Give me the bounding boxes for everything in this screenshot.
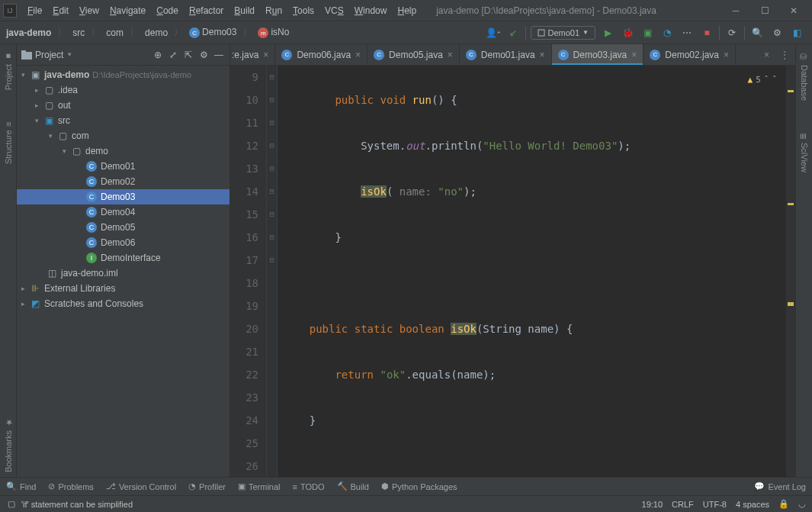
tree-iml[interactable]: ◫ java-demo.iml (17, 266, 229, 281)
tree-folder-demo[interactable]: ▾ ▢ demo (17, 143, 229, 159)
sidebar-settings-icon[interactable]: ⚙ (197, 49, 210, 61)
status-encoding[interactable]: UTF-8 (703, 500, 727, 509)
maximize-button[interactable]: ☐ (754, 3, 775, 18)
collapse-all-icon[interactable]: ⇱ (182, 49, 194, 61)
editor-body[interactable]: 91011 121314 151617 181920 212223 242526… (230, 66, 795, 477)
tree-class-demo01[interactable]: C Demo01 (17, 159, 229, 174)
file-tab[interactable]: C Demo06.java× (275, 44, 367, 65)
tree-folder-src[interactable]: ▾ ▣ src (17, 113, 229, 128)
menu-code[interactable]: Code (152, 4, 183, 18)
status-caret-pos[interactable]: 19:10 (642, 500, 663, 509)
issues-down-icon[interactable]: ˇ (772, 69, 777, 92)
menu-tools[interactable]: Tools (288, 4, 319, 18)
class-icon: C (466, 50, 477, 60)
menu-edit[interactable]: Edit (48, 4, 73, 18)
tree-folder-idea[interactable]: ▸ ▢ .idea (17, 82, 229, 98)
tool-problems[interactable]: ⊘Problems (48, 481, 93, 491)
tool-python[interactable]: ⬢Python Packages (381, 481, 457, 491)
tree-root[interactable]: ▾ ▣ java-demo D:\IdeaProjects\java-demo (17, 67, 229, 82)
status-widget-icon[interactable]: ◡ (798, 499, 806, 509)
status-line-sep[interactable]: CRLF (672, 500, 694, 509)
rail-bookmarks[interactable]: Bookmarks ★ (2, 413, 14, 477)
tree-external-libs[interactable]: ▸ ⊪ External Libraries (17, 281, 229, 296)
tool-build[interactable]: 🔨Build (337, 481, 369, 491)
tree-interface-demointerface[interactable]: I DemoInterface (17, 250, 229, 266)
attach-icon[interactable]: ⋯ (679, 25, 695, 40)
close-tab-icon[interactable]: × (355, 50, 361, 60)
code-with-me-icon[interactable]: ◧ (789, 25, 804, 40)
menu-run[interactable]: Run (261, 4, 287, 18)
issues-badge[interactable]: ▲ 5 ˆ ˇ (748, 69, 778, 92)
tree-class-demo03[interactable]: C Demo03 (17, 189, 229, 204)
menu-window[interactable]: Window (350, 4, 392, 18)
run-icon[interactable]: ▶ (600, 25, 615, 40)
menu-help[interactable]: Help (393, 4, 421, 18)
rail-database[interactable]: ⛁ Database (798, 47, 810, 105)
debug-icon[interactable]: 🐞 (620, 25, 635, 40)
rail-project[interactable]: Project ■ (2, 47, 14, 95)
close-tab-icon[interactable]: × (263, 50, 268, 60)
tool-todo[interactable]: ≡TODO (293, 482, 325, 491)
line-gutter[interactable]: 91011 121314 151617 181920 212223 242526 (230, 66, 267, 477)
rail-sciview[interactable]: ≣ SciView (798, 128, 810, 177)
sidebar-title[interactable]: Project ▼ (21, 50, 149, 60)
lock-icon[interactable]: 🔒 (778, 499, 789, 509)
hide-sidebar-icon[interactable]: — (213, 49, 225, 61)
close-tab-icon[interactable]: × (631, 50, 637, 60)
profile-icon[interactable]: ◔ (660, 25, 675, 40)
crumb-class[interactable]: CDemo03 (186, 25, 239, 40)
menu-view[interactable]: View (75, 4, 104, 18)
search-icon[interactable]: 🔍 (749, 25, 765, 40)
tool-terminal[interactable]: ▣Terminal (238, 481, 281, 491)
stop-icon[interactable]: ■ (699, 25, 714, 40)
build-back-icon[interactable]: ↙ (505, 25, 521, 40)
menu-build[interactable]: Build (229, 4, 259, 18)
menu-vcs[interactable]: VCS (320, 4, 348, 18)
file-tab[interactable]: :e.java× (230, 44, 275, 65)
minimize-button[interactable]: ─ (725, 3, 746, 18)
status-tool-icon[interactable]: ▢ (6, 499, 17, 510)
tree-class-demo06[interactable]: C Demo06 (17, 235, 229, 250)
tool-find[interactable]: 🔍Find (6, 481, 36, 491)
crumb-method[interactable]: misNo (255, 25, 292, 40)
menu-navigate[interactable]: Navigate (105, 4, 150, 18)
fold-gutter[interactable]: ⊟ ⊟⊟ ⊟ ⊟⊟ ⊟⊟ ⊟ (267, 66, 278, 477)
coverage-icon[interactable]: ▣ (640, 25, 655, 40)
right-marker-bar[interactable] (786, 66, 795, 477)
settings-icon[interactable]: ⚙ (769, 25, 785, 40)
menu-refactor[interactable]: Refactor (185, 4, 228, 18)
file-tab[interactable]: C Demo05.java× (367, 44, 460, 65)
status-indent[interactable]: 4 spaces (736, 500, 769, 509)
update-icon[interactable]: ⟳ (724, 25, 740, 40)
tree-class-demo05[interactable]: C Demo05 (17, 220, 229, 235)
tree-folder-out[interactable]: ▸ ▢ out (17, 98, 229, 113)
tree-scratches[interactable]: ▸ ◩ Scratches and Consoles (17, 296, 229, 311)
menu-file[interactable]: File (23, 4, 47, 18)
code-content[interactable]: public void run() { System.out.println("… (278, 66, 795, 477)
file-tab[interactable]: C Demo03.java× (552, 44, 644, 65)
tree-folder-com[interactable]: ▾ ▢ com (17, 128, 229, 143)
close-tab-icon[interactable]: × (724, 50, 729, 60)
tool-event-log[interactable]: 💬Event Log (754, 481, 806, 491)
close-tab-icon[interactable]: × (448, 50, 453, 60)
locate-icon[interactable]: ⊕ (152, 49, 164, 61)
run-config-select[interactable]: Demo01 ▼ (531, 26, 596, 40)
project-tree[interactable]: ▾ ▣ java-demo D:\IdeaProjects\java-demo … (17, 66, 229, 477)
crumb-project[interactable]: java-demo (3, 26, 54, 40)
close-button[interactable]: ✕ (783, 3, 804, 18)
close-tab-icon[interactable]: × (540, 50, 545, 60)
tree-class-demo04[interactable]: C Demo04 (17, 204, 229, 220)
tab-overflow[interactable]: × ⋮ (758, 44, 795, 65)
crumb-demo[interactable]: demo (142, 26, 171, 40)
crumb-com[interactable]: com (103, 26, 127, 40)
rail-structure[interactable]: Structure ≡ (2, 118, 14, 169)
issues-up-icon[interactable]: ˆ (764, 69, 769, 92)
file-tab[interactable]: C Demo01.java× (460, 44, 552, 65)
user-add-icon[interactable]: 👤+ (486, 25, 501, 40)
crumb-src[interactable]: src (69, 26, 88, 40)
tool-profiler[interactable]: ◔Profiler (188, 481, 226, 491)
file-tab[interactable]: C Demo02.java× (644, 44, 736, 65)
expand-all-icon[interactable]: ⤢ (167, 49, 179, 61)
tree-class-demo02[interactable]: C Demo02 (17, 174, 229, 189)
tool-vcs[interactable]: ⎇Version Control (106, 481, 176, 491)
